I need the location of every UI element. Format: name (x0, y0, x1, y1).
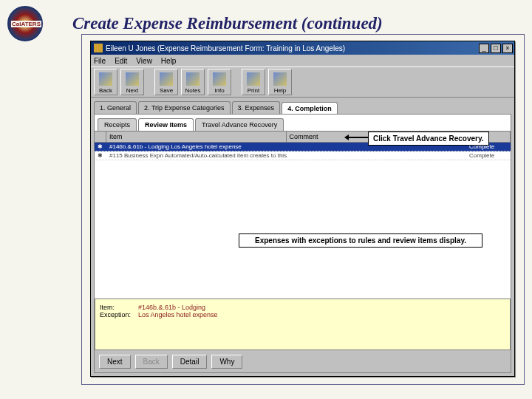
window-title: Eileen U Jones (Expense Reimbursement Fo… (106, 44, 479, 52)
col-item[interactable]: Item (106, 132, 287, 142)
tool-next[interactable]: Next (120, 69, 144, 95)
tool-info[interactable]: Info (208, 69, 231, 95)
menu-file[interactable]: File (94, 57, 106, 65)
subtabs: Receipts Review Items Travel Advance Rec… (95, 115, 511, 131)
menubar: File Edit View Help (91, 55, 514, 66)
tab-expenses[interactable]: 3. Expenses (232, 101, 281, 114)
callout-travel-advance: Click Travel Advance Recovery. (368, 132, 489, 146)
tab-general[interactable]: 1. General (94, 101, 137, 114)
table-row[interactable]: ✱ #115 Business Expn Automated/Auto-calc… (95, 151, 511, 160)
detail-exception-value: Los Angeles hotel expense (138, 311, 218, 318)
tool-help[interactable]: Help (268, 69, 292, 95)
info-icon (213, 72, 226, 86)
expense-form-window: Eileen U Jones (Expense Reimbursement Fo… (90, 41, 515, 377)
tool-notes[interactable]: Notes (181, 69, 205, 95)
tab-completion[interactable]: 4. Completion (282, 102, 338, 115)
next-icon (126, 72, 139, 86)
print-icon (247, 72, 260, 86)
help-icon (273, 72, 287, 86)
subtab-travel-advance-recovery[interactable]: Travel Advance Recovery (195, 118, 284, 131)
page-title: Create Expense Reimbursement (continued) (72, 14, 383, 33)
next-button[interactable]: Next (99, 355, 131, 369)
callout-exceptions: Expenses with exceptions to rules and re… (239, 233, 482, 248)
detail-item-value: #146b.&.61b - Lodging (138, 304, 205, 311)
main-tabs: 1. General 2. Trip Expense Categories 3.… (91, 98, 514, 114)
tool-save[interactable]: Save (154, 69, 178, 95)
grid-body: ✱ #146b.&.61b - Lodging Los Angeles hote… (95, 143, 511, 299)
titlebar: Eileen U Jones (Expense Reimbursement Fo… (91, 41, 514, 55)
calaters-logo (7, 6, 43, 41)
back-button[interactable]: Back (135, 355, 168, 369)
close-button[interactable]: × (502, 44, 513, 53)
detail-panel: Item:#146b.&.61b - Lodging Exception:Los… (95, 299, 511, 350)
menu-edit[interactable]: Edit (115, 57, 127, 65)
app-icon (94, 44, 103, 52)
toolbar: Back Next Save Notes Info Print Help (91, 66, 514, 98)
detail-button[interactable]: Detail (172, 355, 208, 369)
save-icon (160, 72, 173, 86)
menu-help[interactable]: Help (161, 57, 177, 65)
tool-print[interactable]: Print (242, 69, 265, 95)
tab-trip-expense-categories[interactable]: 2. Trip Expense Categories (138, 101, 231, 114)
subtab-receipts[interactable]: Receipts (98, 118, 137, 131)
back-icon (99, 72, 112, 86)
why-button[interactable]: Why (211, 355, 242, 369)
subtab-review-items[interactable]: Review Items (138, 118, 194, 131)
notes-icon (186, 72, 200, 86)
maximize-button[interactable]: □ (491, 44, 501, 53)
minimize-button[interactable]: _ (479, 44, 489, 53)
arrow-icon (346, 137, 368, 138)
detail-exception-label: Exception: (100, 311, 138, 318)
detail-item-label: Item: (100, 304, 138, 311)
tool-back[interactable]: Back (94, 69, 117, 95)
button-bar: Next Back Detail Why (95, 350, 511, 372)
menu-view[interactable]: View (136, 57, 152, 65)
